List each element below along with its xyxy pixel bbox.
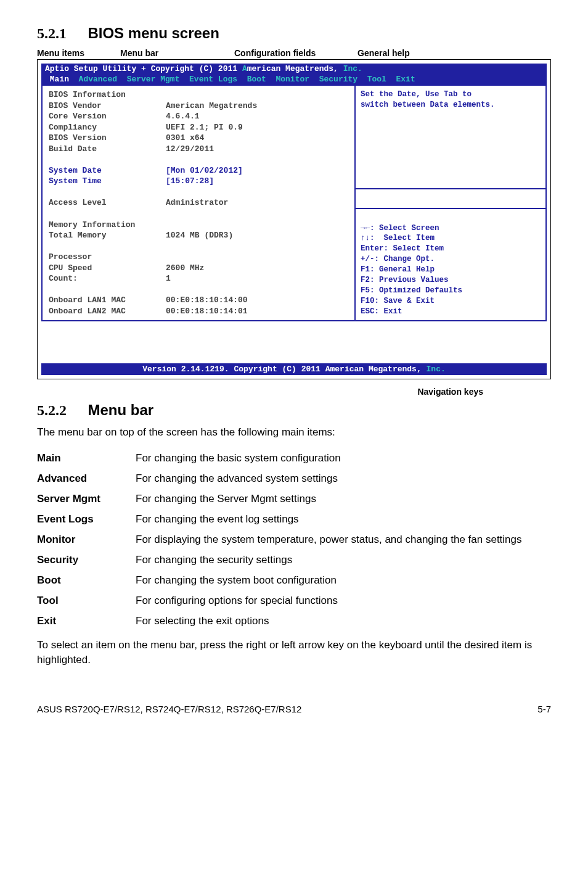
section-heading-5-2-1: 5.2.1 BIOS menu screen: [37, 25, 551, 42]
bios-footer-bar: Version 2.14.1219. Copyright (C) 2011 Am…: [41, 363, 547, 375]
bios-header-bar: Aptio Setup Utility + Copyright (C) 2011…: [41, 64, 547, 74]
core-version-label: Core Version: [49, 111, 166, 122]
section-number-2: 5.2.2: [37, 402, 67, 418]
menu-name: Monitor: [37, 530, 136, 550]
navkey-esc: ESC: Exit: [361, 307, 402, 316]
build-date-label: Build Date: [49, 144, 166, 155]
lan1-mac-value: 00:E0:18:10:14:00: [166, 295, 248, 305]
lan2-mac-value: 00:E0:18:10:14:01: [166, 307, 248, 316]
menu-desc: For selecting the exit options: [136, 611, 551, 632]
access-level-value: Administrator: [166, 198, 228, 207]
cpu-speed-label: CPU Speed: [49, 263, 166, 274]
bios-header-text1: Aptio Setup Utility: [45, 64, 141, 73]
bios-menu-bar: Main Advanced Server Mgmt Event Logs Boo…: [41, 74, 547, 85]
table-row: ExitFor selecting the exit options: [37, 611, 551, 632]
menu-desc: For changing the event log settings: [136, 510, 551, 530]
navkey-f5: F5: Optimized Defaults: [361, 286, 462, 295]
bios-header-inc: Inc.: [343, 64, 362, 73]
callout-menu-items: Menu items: [37, 48, 120, 58]
menu-name: Main: [37, 448, 136, 469]
memory-info-header: Memory Information: [49, 220, 166, 231]
section-title: BIOS menu screen: [88, 25, 219, 41]
access-level-label: Access Level: [49, 197, 166, 208]
callout-general-help: General help: [357, 48, 410, 58]
menu-name: Event Logs: [37, 510, 136, 530]
compliancy-value: UEFI 2.1; PI 0.9: [166, 123, 243, 132]
menu-desc: For changing the basic system configurat…: [136, 448, 551, 469]
bios-left-pane: BIOS Information BIOS VendorAmerican Meg…: [43, 86, 354, 320]
bios-help-text: Set the Date, Use Tab to switch between …: [356, 86, 545, 188]
menu-bar-outro: To select an item on the menu bar, press…: [37, 638, 551, 667]
bios-vendor-label: BIOS Vendor: [49, 101, 166, 112]
menu-name: Boot: [37, 571, 136, 591]
menu-desc: For changing the Server Mgmt settings: [136, 489, 551, 510]
bios-tabs-rest[interactable]: Advanced Server Mgmt Event Logs Boot Mon…: [74, 75, 420, 84]
table-row: MonitorFor displaying the system tempera…: [37, 530, 551, 550]
navkey-select-screen: →←: Select Screen: [361, 224, 439, 233]
menu-name: Exit: [37, 611, 136, 632]
bios-header-a: A: [242, 64, 247, 73]
navkey-change-opt: +/-: Change Opt.: [361, 255, 435, 263]
help-line1: Set the Date, Use Tab to: [361, 89, 541, 100]
menu-desc: For configuring options for special func…: [136, 591, 551, 611]
bios-info-header: BIOS Information: [49, 89, 166, 101]
menu-name: Tool: [37, 591, 136, 611]
menu-bar-intro: The menu bar on top of the screen has th…: [37, 425, 551, 440]
table-row: BootFor changing the system boot configu…: [37, 571, 551, 591]
count-label: Count:: [49, 273, 166, 284]
lan1-mac-label: Onboard LAN1 MAC: [49, 295, 166, 306]
bios-right-spacer: [356, 189, 545, 208]
navkey-f10: F10: Save & Exit: [361, 297, 435, 305]
navkey-select-item: ↑↓: Select Item: [361, 234, 435, 242]
section-number: 5.2.1: [37, 25, 67, 41]
total-memory-value: 1024 MB (DDR3): [166, 231, 233, 240]
bios-screenshot: Aptio Setup Utility + Copyright (C) 2011…: [37, 59, 551, 379]
navkey-f2: F2: Previous Values: [361, 276, 449, 284]
footer-model: ASUS RS720Q-E7/RS12, RS724Q-E7/RS12, RS7…: [37, 704, 301, 714]
callout-menu-bar: Menu bar: [120, 48, 234, 58]
processor-header: Processor: [49, 252, 166, 263]
menu-name: Server Mgmt: [37, 489, 136, 510]
count-value: 1: [166, 274, 171, 283]
core-version-value: 4.6.4.1: [166, 112, 200, 121]
help-line2: switch between Data elements.: [361, 100, 541, 110]
table-row: MainFor changing the basic system config…: [37, 448, 551, 469]
system-date-label[interactable]: System Date: [49, 165, 166, 176]
bios-version-value: 0301 x64: [166, 133, 204, 142]
table-row: Event LogsFor changing the event log set…: [37, 510, 551, 530]
bios-header-text2: Copyright (C) 2011: [146, 64, 242, 73]
table-row: AdvancedFor changing the advanced system…: [37, 469, 551, 489]
section-heading-5-2-2: 5.2.2 Menu bar: [37, 402, 551, 419]
callout-navigation-keys: Navigation keys: [37, 387, 551, 397]
menu-desc: For changing the security settings: [136, 550, 551, 571]
system-time-label[interactable]: System Time: [49, 176, 166, 187]
menu-name: Security: [37, 550, 136, 571]
bios-navigation-keys: →←: Select Screen ↑↓: Select Item Enter:…: [356, 208, 545, 321]
table-row: Server MgmtFor changing the Server Mgmt …: [37, 489, 551, 510]
lan2-mac-label: Onboard LAN2 MAC: [49, 306, 166, 317]
menu-desc: For displaying the system temperature, p…: [136, 530, 551, 550]
menu-desc: For changing the system boot configurati…: [136, 571, 551, 591]
footer-page-number: 5-7: [537, 704, 551, 714]
page-footer: ASUS RS720Q-E7/RS12, RS724Q-E7/RS12, RS7…: [37, 704, 551, 714]
bios-footer-text: Version 2.14.1219. Copyright (C) 2011 Am…: [142, 365, 426, 374]
table-row: SecurityFor changing the security settin…: [37, 550, 551, 571]
bios-vendor-value: American Megatrends: [166, 101, 257, 110]
callout-config-fields: Configuration fields: [234, 48, 357, 58]
section-title-2: Menu bar: [88, 402, 153, 418]
menu-desc: For changing the advanced system setting…: [136, 469, 551, 489]
compliancy-label: Compliancy: [49, 122, 166, 133]
cpu-speed-value: 2600 MHz: [166, 263, 204, 273]
bios-footer-inc: Inc.: [427, 365, 446, 374]
bios-version-label: BIOS Version: [49, 133, 166, 144]
total-memory-label: Total Memory: [49, 230, 166, 241]
table-row: ToolFor configuring options for special …: [37, 591, 551, 611]
bios-tab-main[interactable]: Main: [45, 75, 74, 84]
bios-header-plus: +: [141, 64, 146, 73]
menu-name: Advanced: [37, 469, 136, 489]
system-date-value[interactable]: [Mon 01/02/2012]: [166, 166, 243, 175]
navkey-f1: F1: General Help: [361, 265, 435, 274]
system-time-value[interactable]: [15:07:28]: [166, 176, 214, 186]
callout-labels-top: Menu items Menu bar Configuration fields…: [37, 48, 551, 58]
navkey-enter: Enter: Select Item: [361, 244, 444, 253]
